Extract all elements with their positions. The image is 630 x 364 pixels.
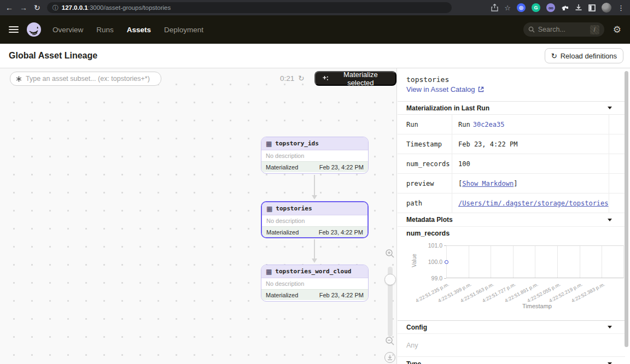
asset-selector-icon: [15, 75, 22, 83]
profile-avatar[interactable]: [602, 3, 611, 13]
section-metadata-plots[interactable]: Metadata Plots: [398, 213, 625, 227]
browser-forward-icon[interactable]: →: [20, 4, 27, 11]
browser-menu-icon[interactable]: ⋮: [617, 4, 625, 11]
zoom-in-icon[interactable]: [385, 249, 395, 259]
page-header: Global Asset Lineage ↻ Reload definition…: [0, 44, 630, 68]
metadata-row-path: path /Users/tim/.dagster/storage/topstor…: [398, 193, 625, 213]
dagster-logo[interactable]: [26, 22, 42, 37]
zoom-to-fit-icon[interactable]: [384, 352, 395, 363]
search-placeholder: Search...: [538, 26, 565, 33]
asset-status: Materialized: [266, 164, 298, 171]
asset-node-body: No description: [261, 150, 368, 161]
timer-value: 0:21: [280, 74, 294, 83]
asset-name: topstory_ids: [275, 140, 318, 147]
metadata-row-timestamp: Timestamp Feb 23, 4:22 PM: [398, 134, 625, 154]
global-search-input[interactable]: Search... /: [523, 22, 604, 37]
panel-scrollbar[interactable]: [625, 71, 628, 347]
metadata-value: Run 30c2ea35: [452, 115, 609, 134]
reading-list-icon[interactable]: [588, 4, 596, 11]
show-markdown-link[interactable]: Show Markdown: [462, 180, 514, 187]
timer-refresh-icon[interactable]: ↻: [298, 74, 304, 83]
zoom-out-icon[interactable]: [383, 336, 397, 346]
asset-node-body: No description: [262, 215, 368, 226]
collapse-caret-icon[interactable]: [608, 107, 612, 109]
table-icon: ▦: [266, 140, 272, 147]
plot-title: num_records: [406, 230, 450, 237]
settings-gear-icon[interactable]: ⚙: [613, 25, 621, 34]
tab-assets[interactable]: Assets: [127, 26, 151, 34]
tab-runs[interactable]: Runs: [96, 26, 114, 34]
asset-filter-box[interactable]: [10, 72, 161, 86]
asset-description: No description: [266, 152, 304, 159]
hamburger-menu-icon[interactable]: [9, 26, 19, 33]
extensions-puzzle-icon[interactable]: [561, 4, 569, 11]
y-tick-mark: [444, 278, 446, 279]
metadata-row-num-records: num_records 100: [398, 154, 625, 174]
browser-reload-icon[interactable]: ↻: [34, 4, 40, 11]
asset-node-topstories-word-cloud[interactable]: ▦ topstories_word_cloud No description M…: [261, 265, 369, 302]
catalog-link-label: View in Asset Catalog: [406, 85, 475, 93]
browser-toolbar: ← → ↻ ⓘ 127.0.0.1:3000/asset-groups/tops…: [0, 0, 630, 15]
section-materialization[interactable]: Materialization in Last Run: [398, 101, 625, 115]
asset-node-topstory-ids[interactable]: ▦ topstory_ids No description Materializ…: [261, 137, 369, 174]
tab-overview[interactable]: Overview: [52, 26, 83, 34]
share-icon[interactable]: [491, 4, 498, 11]
app-root: ← → ↻ ⓘ 127.0.0.1:3000/asset-groups/tops…: [0, 0, 630, 364]
data-point-100[interactable]: [445, 260, 448, 264]
view-in-asset-catalog-link[interactable]: View in Asset Catalog: [406, 85, 484, 93]
asset-node-header: ▦ topstories: [262, 202, 368, 215]
y-tick: 99.0: [418, 275, 442, 281]
extension-glasses-icon[interactable]: oo: [546, 3, 555, 12]
section-type-label: Type: [406, 360, 421, 364]
row-spacer: [609, 193, 625, 213]
materialize-selected-button[interactable]: Materialize selected: [314, 71, 396, 86]
asset-detail-panel: topstories View in Asset Catalog Materia…: [398, 68, 630, 364]
asset-node-body: No description: [261, 278, 368, 289]
asset-node-topstories[interactable]: ▦ topstories No description Materialized…: [261, 201, 369, 238]
panel-sections: Materialization in Last Run Run Run 30c2…: [398, 101, 625, 364]
section-config[interactable]: Config: [398, 320, 625, 334]
section-type[interactable]: Type: [398, 357, 625, 364]
x-axis-label: Timestamp: [507, 303, 567, 309]
table-icon: ▦: [266, 206, 272, 212]
table-icon: ▦: [266, 268, 272, 275]
url-host: 127.0.0.1: [62, 4, 88, 11]
y-axis-label: Value: [411, 254, 417, 267]
asset-timestamp: Feb 23, 4:22 PM: [319, 292, 364, 298]
config-value: Any: [406, 342, 418, 349]
path-link[interactable]: /Users/tim/.dagster/storage/topstories: [458, 199, 609, 207]
materialize-sparkle-icon: [322, 75, 329, 82]
asset-filter-input[interactable]: [26, 75, 156, 83]
asset-node-header: ▦ topstories_word_cloud: [261, 265, 368, 278]
collapse-caret-icon[interactable]: [608, 326, 612, 328]
search-icon: [528, 26, 535, 33]
browser-back-icon[interactable]: ←: [5, 4, 13, 11]
metadata-value: [Show Markdown]: [452, 174, 609, 193]
browser-actions: ☆ ◎ G oo ⋮: [491, 3, 625, 13]
asset-node-footer: Materialized Feb 23, 4:22 PM: [262, 226, 368, 237]
extension-grammarly-icon[interactable]: G: [532, 3, 540, 12]
graph-zoom-controls: [383, 249, 397, 259]
asset-timestamp: Feb 23, 4:22 PM: [319, 229, 363, 236]
downloads-icon[interactable]: [575, 4, 582, 11]
asset-status: Materialized: [266, 292, 298, 298]
url-path: :3000/asset-groups/topstories: [88, 4, 171, 11]
metadata-key: path: [398, 199, 452, 207]
y-tick: 100.0: [418, 259, 442, 265]
row-spacer: [609, 115, 625, 134]
asset-graph-panel[interactable]: 0:21 ↻ Materialize selected ▦ topstory_i…: [0, 68, 397, 364]
zoom-slider-handle[interactable]: [384, 274, 396, 285]
bookmark-star-icon[interactable]: ☆: [504, 4, 511, 12]
metadata-row-preview: preview [Show Markdown]: [398, 174, 625, 193]
tab-deployment[interactable]: Deployment: [164, 26, 203, 34]
graph-refresh-timer: 0:21 ↻: [280, 74, 305, 83]
site-info-icon[interactable]: ⓘ: [52, 5, 59, 11]
extension-1password-icon[interactable]: ◎: [517, 3, 526, 12]
lineage-edge-arrow: [314, 239, 315, 259]
collapse-caret-icon[interactable]: [608, 219, 612, 221]
asset-node-footer: Materialized Feb 23, 4:22 PM: [261, 161, 368, 172]
address-bar[interactable]: ⓘ 127.0.0.1:3000/asset-groups/topstories: [47, 2, 452, 13]
reload-definitions-button[interactable]: ↻ Reload definitions: [545, 48, 623, 63]
run-id-link[interactable]: 30c2ea35: [473, 121, 505, 128]
asset-description: No description: [266, 280, 304, 287]
